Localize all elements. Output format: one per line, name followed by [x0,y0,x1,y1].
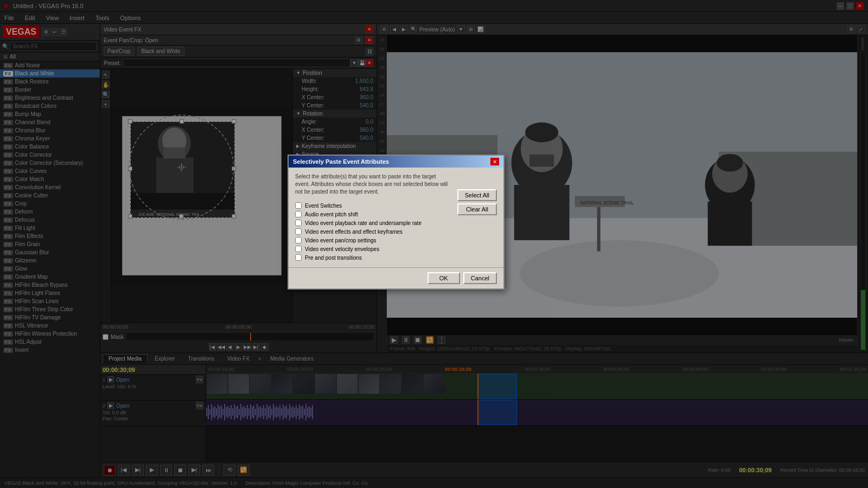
checkbox-velocity-envelopes: Video event velocity envelopes [295,245,452,253]
cb-video-pancrop[interactable] [295,237,302,243]
checkbox-video-playback-rate: Video event playback rate and undersampl… [295,219,452,227]
dialog-left-content: Select the attribute(s) that you want to… [295,173,452,262]
dialog-content: Select the attribute(s) that you want to… [295,173,497,262]
dialog-overlay: Selectively Paste Event Attributes ✕ Sel… [0,0,868,488]
cb-velocity-envelopes-label: Video event velocity envelopes [305,246,379,252]
checkbox-audio-pitch: Audio event pitch shift [295,210,452,219]
clear-all-btn[interactable]: Clear All [457,203,497,215]
cb-audio-pitch-label: Audio event pitch shift [305,211,358,217]
checkbox-event-switches: Event Switches [295,201,452,210]
ok-btn[interactable]: OK [427,272,460,284]
cb-event-switches-label: Event Switches [305,203,342,209]
cb-video-playback-rate-label: Video event playback rate and undersampl… [305,220,422,226]
dialog-right-buttons: Select All Clear All [457,173,497,262]
cb-video-effects-label: Video event effects and effect keyframes [305,229,403,235]
selectively-paste-dialog: Selectively Paste Event Attributes ✕ Sel… [288,155,505,290]
dialog-body: Select the attribute(s) that you want to… [289,168,503,267]
dialog-title: Selectively Paste Event Attributes [293,158,389,165]
dialog-titlebar: Selectively Paste Event Attributes ✕ [289,156,503,168]
checkbox-video-pancrop: Video event pan/crop settings [295,236,452,245]
select-all-btn[interactable]: Select All [457,189,497,201]
dialog-footer: OK Cancel [289,267,503,288]
cb-video-effects[interactable] [295,228,302,235]
cb-video-pancrop-label: Video event pan/crop settings [305,237,376,243]
dialog-description: Select the attribute(s) that you want to… [295,173,452,196]
checkbox-video-effects: Video event effects and effect keyframes [295,227,452,236]
cb-event-switches[interactable] [295,202,302,209]
cb-video-playback-rate[interactable] [295,220,302,226]
cancel-btn[interactable]: Cancel [463,272,497,284]
dialog-close-btn[interactable]: ✕ [490,158,499,165]
cb-velocity-envelopes[interactable] [295,246,302,252]
cb-audio-pitch[interactable] [295,211,302,217]
cb-pre-post-transitions[interactable] [295,254,302,261]
cb-pre-post-transitions-label: Pre and post transitions [305,255,362,261]
checkbox-pre-post-transitions: Pre and post transitions [295,253,452,262]
